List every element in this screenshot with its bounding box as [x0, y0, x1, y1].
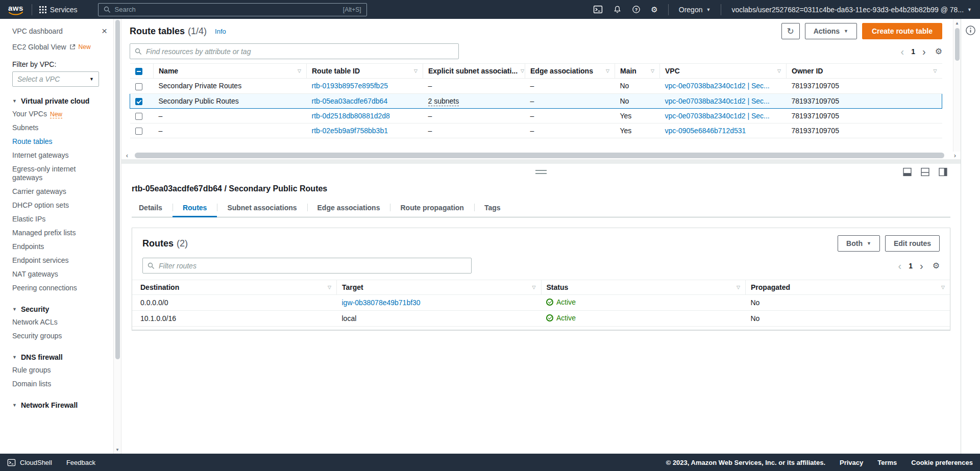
column-status[interactable]: Status▽: [541, 280, 746, 295]
cloudshell-icon[interactable]: [593, 5, 603, 14]
services-menu[interactable]: Services: [39, 6, 78, 14]
column-owner-id[interactable]: Owner ID▽: [787, 64, 942, 79]
row-checkbox[interactable]: [135, 128, 142, 135]
privacy-link[interactable]: Privacy: [840, 459, 863, 466]
select-all-checkbox[interactable]: [135, 68, 142, 75]
sidebar-scrollbar[interactable]: ▼: [113, 19, 121, 454]
column-explicit-subnet-associations[interactable]: Explicit subnet associati...▽: [423, 64, 525, 79]
account-menu[interactable]: voclabs/user2527682=0311c4be-da63-11ec-9…: [731, 6, 972, 14]
route-table-id-link[interactable]: rtb-0d2518db80881d2d8: [312, 112, 390, 120]
next-page-icon[interactable]: ›: [920, 261, 923, 271]
scroll-right-arrow[interactable]: ›: [951, 152, 959, 159]
drag-handle-icon[interactable]: [535, 170, 547, 174]
global-search[interactable]: [Alt+S]: [98, 3, 367, 16]
panel-layout-split-icon[interactable]: [921, 168, 929, 177]
tab-tags[interactable]: Tags: [474, 202, 511, 217]
column-vpc[interactable]: VPC▽: [660, 64, 787, 79]
tab-details[interactable]: Details: [132, 202, 173, 217]
sidebar-item-domain-lists[interactable]: Domain lists: [12, 377, 113, 391]
tab-edge-associations[interactable]: Edge associations: [307, 202, 390, 217]
column-destination[interactable]: Destination▽: [132, 280, 337, 295]
route-row[interactable]: 10.1.0.0/16 local Active No: [132, 311, 950, 327]
previous-page-icon[interactable]: ‹: [898, 261, 902, 271]
aws-logo[interactable]: aws: [8, 4, 23, 15]
section-security[interactable]: ▼ Security: [12, 305, 113, 313]
sidebar-item-elastic-ips[interactable]: Elastic IPs: [12, 212, 113, 226]
previous-page-icon[interactable]: ‹: [901, 46, 904, 57]
column-name[interactable]: Name▽: [154, 64, 307, 79]
sidebar-item-your-vpcs[interactable]: Your VPCsNew: [12, 107, 113, 121]
tab-subnet-associations[interactable]: Subnet associations: [217, 202, 307, 217]
column-route-table-id[interactable]: Route table ID▽: [307, 64, 423, 79]
scrollbar-thumb[interactable]: [135, 153, 944, 158]
resource-filter-box[interactable]: [130, 43, 459, 59]
scroll-left-arrow[interactable]: ‹: [124, 152, 131, 159]
terms-link[interactable]: Terms: [877, 459, 897, 466]
sidebar-item-dhcp-option-sets[interactable]: DHCP option sets: [12, 199, 113, 212]
row-checkbox[interactable]: [135, 83, 142, 90]
sidebar-item-nat-gateways[interactable]: NAT gateways: [12, 267, 113, 281]
region-selector[interactable]: Oregon ▼: [679, 6, 711, 14]
column-propagated[interactable]: Propagated▽: [746, 280, 950, 295]
scroll-down-arrow[interactable]: ▼: [114, 448, 121, 452]
table-row[interactable]: – rtb-0d2518db80881d2d8 – – Yes vpc-0e07…: [130, 108, 942, 123]
sidebar-item-egress-only-internet-gateways[interactable]: Egress-only internet gateways: [12, 162, 113, 185]
feedback-button[interactable]: Feedback: [66, 459, 95, 466]
notifications-bell-icon[interactable]: [613, 5, 622, 14]
filter-caret-icon[interactable]: ▽: [298, 68, 301, 73]
filter-caret-icon[interactable]: ▽: [532, 285, 536, 290]
current-page[interactable]: 1: [909, 262, 913, 270]
scrollbar-thumb[interactable]: [955, 28, 960, 61]
filter-caret-icon[interactable]: ▽: [414, 68, 418, 73]
panel-layout-side-icon[interactable]: [939, 168, 947, 177]
scroll-up-arrow[interactable]: ▲: [953, 19, 961, 26]
table-settings-gear-icon[interactable]: ⚙: [935, 46, 942, 56]
table-row[interactable]: Secondary Private Routes rtb-0193b8957e8…: [130, 79, 942, 93]
sidebar-item-subnets[interactable]: Subnets: [12, 121, 113, 135]
sidebar-item-security-groups[interactable]: Security groups: [12, 329, 113, 343]
sidebar-item-route-tables[interactable]: Route tables: [12, 135, 113, 148]
filter-caret-icon[interactable]: ▽: [941, 285, 945, 290]
settings-gear-icon[interactable]: ⚙: [651, 5, 657, 14]
route-table-id-link[interactable]: rtb-0193b8957e895fb25: [312, 82, 388, 90]
edit-routes-button[interactable]: Edit routes: [885, 235, 940, 252]
filter-caret-icon[interactable]: ▽: [737, 285, 740, 290]
info-link[interactable]: Info: [215, 28, 226, 35]
create-route-table-button[interactable]: Create route table: [862, 23, 942, 39]
table-settings-gear-icon[interactable]: ⚙: [933, 261, 940, 270]
tab-routes[interactable]: Routes: [173, 202, 217, 217]
sidebar-item-carrier-gateways[interactable]: Carrier gateways: [12, 185, 113, 199]
info-panel-icon[interactable]: [965, 25, 976, 36]
panel-layout-bottom-icon[interactable]: [903, 168, 912, 177]
vpc-link[interactable]: vpc-0e07038ba2340c1d2 | Sec...: [665, 97, 770, 105]
routes-filter-box[interactable]: [142, 258, 472, 274]
actions-button[interactable]: Actions ▼: [805, 23, 857, 39]
filter-caret-icon[interactable]: ▽: [651, 68, 654, 73]
filter-caret-icon[interactable]: ▽: [328, 285, 331, 290]
tab-route-propagation[interactable]: Route propagation: [390, 202, 474, 217]
row-checkbox[interactable]: [135, 98, 142, 105]
row-checkbox[interactable]: [135, 113, 142, 120]
filter-caret-icon[interactable]: ▽: [521, 68, 524, 73]
filter-caret-icon[interactable]: ▽: [777, 68, 781, 73]
subnets-popover-trigger[interactable]: 2 subnets: [428, 97, 459, 106]
column-edge-associations[interactable]: Edge associations▽: [525, 64, 615, 79]
column-main[interactable]: Main▽: [615, 64, 660, 79]
route-table-id-link[interactable]: rtb-05ea03acdfe67db64: [312, 97, 388, 105]
cloudshell-footer-button[interactable]: CloudShell: [7, 458, 52, 467]
close-icon[interactable]: ×: [102, 26, 107, 36]
routes-scope-select[interactable]: Both ▼: [838, 235, 880, 252]
sidebar-item-rule-groups[interactable]: Rule groups: [12, 363, 113, 377]
vpc-select-dropdown[interactable]: Select a VPC ▼: [12, 71, 99, 87]
vpc-link[interactable]: vpc-0e07038ba2340c1d2 | Sec...: [665, 82, 770, 90]
table-row[interactable]: – rtb-02e5b9a9f758bb3b1 – – Yes vpc-0905…: [130, 123, 942, 138]
sidebar-item-endpoints[interactable]: Endpoints: [12, 240, 113, 254]
filter-caret-icon[interactable]: ▽: [934, 68, 937, 73]
section-dns-firewall[interactable]: ▼ DNS firewall: [12, 353, 113, 361]
current-page[interactable]: 1: [911, 47, 915, 56]
route-row[interactable]: 0.0.0.0/0 igw-0b38078e49b71bf30 Active N…: [132, 295, 950, 311]
target-link[interactable]: igw-0b38078e49b71bf30: [342, 299, 421, 307]
section-network-firewall[interactable]: ▼ Network Firewall: [12, 401, 113, 409]
ec2-global-view-link[interactable]: EC2 Global View New: [12, 43, 113, 51]
list-vertical-scrollbar[interactable]: ▲: [953, 19, 961, 152]
